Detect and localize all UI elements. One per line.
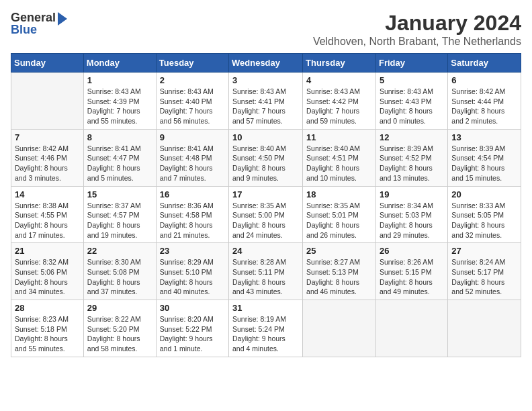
day-info: Sunrise: 8:24 AMSunset: 5:17 PMDaylight:…: [451, 257, 517, 297]
calendar-cell: 7Sunrise: 8:42 AMSunset: 4:46 PMDaylight…: [11, 129, 84, 186]
day-number: 14: [15, 189, 80, 199]
day-info: Sunrise: 8:20 AMSunset: 5:22 PMDaylight:…: [160, 314, 225, 354]
calendar-cell: 15Sunrise: 8:37 AMSunset: 4:57 PMDayligh…: [83, 186, 156, 243]
calendar-cell: 3Sunrise: 8:43 AMSunset: 4:41 PMDaylight…: [229, 73, 303, 130]
weekday-header-friday: Friday: [375, 54, 447, 73]
weekday-header-saturday: Saturday: [448, 54, 521, 73]
calendar-cell: 30Sunrise: 8:20 AMSunset: 5:22 PMDayligh…: [156, 300, 228, 357]
day-info: Sunrise: 8:37 AMSunset: 4:57 PMDaylight:…: [87, 201, 152, 240]
day-info: Sunrise: 8:43 AMSunset: 4:41 PMDaylight:…: [232, 87, 299, 126]
calendar-cell: [448, 300, 521, 357]
weekday-header-thursday: Thursday: [303, 54, 376, 73]
week-row-5: 28Sunrise: 8:23 AMSunset: 5:18 PMDayligh…: [11, 300, 521, 357]
day-number: 31: [232, 303, 299, 313]
calendar-cell: 16Sunrise: 8:36 AMSunset: 4:58 PMDayligh…: [156, 186, 228, 243]
day-info: Sunrise: 8:39 AMSunset: 4:52 PMDaylight:…: [380, 144, 444, 183]
day-number: 20: [451, 189, 517, 199]
day-number: 7: [15, 132, 80, 142]
title-area: January 2024 Veldhoven, North Brabant, T…: [313, 11, 521, 48]
day-number: 23: [160, 246, 225, 256]
calendar-cell: 18Sunrise: 8:35 AMSunset: 5:01 PMDayligh…: [303, 186, 376, 243]
calendar-cell: 19Sunrise: 8:34 AMSunset: 5:03 PMDayligh…: [375, 186, 447, 243]
day-info: Sunrise: 8:42 AMSunset: 4:44 PMDaylight:…: [451, 87, 517, 126]
day-info: Sunrise: 8:43 AMSunset: 4:39 PMDaylight:…: [87, 87, 152, 126]
week-row-3: 14Sunrise: 8:38 AMSunset: 4:55 PMDayligh…: [11, 186, 521, 243]
day-number: 24: [232, 246, 299, 256]
logo: General Blue: [11, 11, 67, 37]
day-number: 16: [160, 189, 225, 199]
day-info: Sunrise: 8:41 AMSunset: 4:48 PMDaylight:…: [160, 144, 225, 183]
day-info: Sunrise: 8:19 AMSunset: 5:24 PMDaylight:…: [232, 314, 299, 354]
calendar-cell: 8Sunrise: 8:41 AMSunset: 4:47 PMDaylight…: [83, 129, 156, 186]
calendar-table: SundayMondayTuesdayWednesdayThursdayFrid…: [11, 53, 521, 357]
calendar-cell: 9Sunrise: 8:41 AMSunset: 4:48 PMDaylight…: [156, 129, 228, 186]
page-header: General Blue January 2024 Veldhoven, Nor…: [11, 11, 521, 48]
day-number: 29: [87, 303, 152, 313]
day-number: 6: [451, 75, 517, 85]
day-number: 11: [306, 132, 372, 142]
day-number: 13: [451, 132, 517, 142]
day-number: 27: [451, 246, 517, 256]
logo-blue: Blue: [11, 23, 37, 37]
calendar-cell: 25Sunrise: 8:27 AMSunset: 5:13 PMDayligh…: [303, 243, 376, 300]
calendar-cell: 14Sunrise: 8:38 AMSunset: 4:55 PMDayligh…: [11, 186, 84, 243]
week-row-2: 7Sunrise: 8:42 AMSunset: 4:46 PMDaylight…: [11, 129, 521, 186]
weekday-header-sunday: Sunday: [11, 54, 84, 73]
calendar-cell: 6Sunrise: 8:42 AMSunset: 4:44 PMDaylight…: [448, 73, 521, 130]
day-number: 30: [160, 303, 225, 313]
day-number: 1: [87, 75, 152, 85]
day-info: Sunrise: 8:35 AMSunset: 5:01 PMDaylight:…: [306, 201, 372, 240]
day-number: 22: [87, 246, 152, 256]
week-row-1: 1Sunrise: 8:43 AMSunset: 4:39 PMDaylight…: [11, 73, 521, 130]
calendar-cell: 31Sunrise: 8:19 AMSunset: 5:24 PMDayligh…: [229, 300, 303, 357]
location-title: Veldhoven, North Brabant, The Netherland…: [313, 36, 521, 48]
day-number: 12: [380, 132, 444, 142]
weekday-header-wednesday: Wednesday: [229, 54, 303, 73]
calendar-cell: 23Sunrise: 8:29 AMSunset: 5:10 PMDayligh…: [156, 243, 228, 300]
calendar-cell: 28Sunrise: 8:23 AMSunset: 5:18 PMDayligh…: [11, 300, 84, 357]
calendar-cell: 13Sunrise: 8:39 AMSunset: 4:54 PMDayligh…: [448, 129, 521, 186]
calendar-cell: 22Sunrise: 8:30 AMSunset: 5:08 PMDayligh…: [83, 243, 156, 300]
day-info: Sunrise: 8:43 AMSunset: 4:40 PMDaylight:…: [160, 87, 225, 126]
calendar-cell: 4Sunrise: 8:43 AMSunset: 4:42 PMDaylight…: [303, 73, 376, 130]
day-info: Sunrise: 8:22 AMSunset: 5:20 PMDaylight:…: [87, 314, 152, 354]
weekday-header-row: SundayMondayTuesdayWednesdayThursdayFrid…: [11, 54, 521, 73]
day-number: 3: [232, 75, 299, 85]
day-info: Sunrise: 8:34 AMSunset: 5:03 PMDaylight:…: [380, 201, 444, 240]
day-number: 18: [306, 189, 372, 199]
calendar-cell: 11Sunrise: 8:40 AMSunset: 4:51 PMDayligh…: [303, 129, 376, 186]
day-info: Sunrise: 8:33 AMSunset: 5:05 PMDaylight:…: [451, 201, 517, 240]
day-number: 19: [380, 189, 444, 199]
day-number: 15: [87, 189, 152, 199]
day-info: Sunrise: 8:40 AMSunset: 4:50 PMDaylight:…: [232, 144, 299, 183]
day-info: Sunrise: 8:41 AMSunset: 4:47 PMDaylight:…: [87, 144, 152, 183]
day-number: 9: [160, 132, 225, 142]
day-info: Sunrise: 8:29 AMSunset: 5:10 PMDaylight:…: [160, 257, 225, 297]
day-info: Sunrise: 8:42 AMSunset: 4:46 PMDaylight:…: [15, 144, 80, 183]
day-info: Sunrise: 8:30 AMSunset: 5:08 PMDaylight:…: [87, 257, 152, 297]
day-info: Sunrise: 8:43 AMSunset: 4:42 PMDaylight:…: [306, 87, 372, 126]
calendar-cell: 21Sunrise: 8:32 AMSunset: 5:06 PMDayligh…: [11, 243, 84, 300]
day-info: Sunrise: 8:38 AMSunset: 4:55 PMDaylight:…: [15, 201, 80, 240]
calendar-cell: 17Sunrise: 8:35 AMSunset: 5:00 PMDayligh…: [229, 186, 303, 243]
day-info: Sunrise: 8:43 AMSunset: 4:43 PMDaylight:…: [380, 87, 444, 126]
day-number: 21: [15, 246, 80, 256]
day-number: 2: [160, 75, 225, 85]
calendar-cell: 20Sunrise: 8:33 AMSunset: 5:05 PMDayligh…: [448, 186, 521, 243]
day-number: 25: [306, 246, 372, 256]
day-number: 5: [380, 75, 444, 85]
calendar-cell: 1Sunrise: 8:43 AMSunset: 4:39 PMDaylight…: [83, 73, 156, 130]
day-number: 4: [306, 75, 372, 85]
day-info: Sunrise: 8:35 AMSunset: 5:00 PMDaylight:…: [232, 201, 299, 240]
day-number: 17: [232, 189, 299, 199]
calendar-cell: 12Sunrise: 8:39 AMSunset: 4:52 PMDayligh…: [375, 129, 447, 186]
day-number: 8: [87, 132, 152, 142]
day-info: Sunrise: 8:28 AMSunset: 5:11 PMDaylight:…: [232, 257, 299, 297]
day-info: Sunrise: 8:39 AMSunset: 4:54 PMDaylight:…: [451, 144, 517, 183]
weekday-header-monday: Monday: [83, 54, 156, 73]
day-number: 28: [15, 303, 80, 313]
day-info: Sunrise: 8:27 AMSunset: 5:13 PMDaylight:…: [306, 257, 372, 297]
calendar-cell: 2Sunrise: 8:43 AMSunset: 4:40 PMDaylight…: [156, 73, 228, 130]
calendar-cell: [303, 300, 376, 357]
day-info: Sunrise: 8:26 AMSunset: 5:15 PMDaylight:…: [380, 257, 444, 297]
